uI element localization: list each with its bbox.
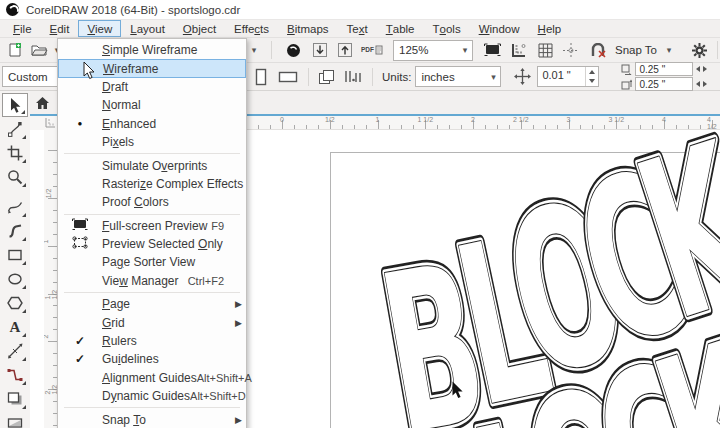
units-label: Units: <box>382 71 411 83</box>
mouse-cursor-canvas <box>452 381 464 399</box>
menubar-item-tools[interactable]: Tools <box>424 20 470 37</box>
ruler-label: 2 1/2 <box>44 382 58 395</box>
ellipse-tool[interactable] <box>2 267 28 291</box>
menubar-item-view[interactable]: View <box>78 20 121 37</box>
menu-item-page-sorter-view[interactable]: Page Sorter View <box>58 253 246 271</box>
menubar-item-help[interactable]: Help <box>529 20 571 37</box>
import-icon[interactable] <box>311 40 329 60</box>
ruler-label: 1 <box>376 116 380 123</box>
show-rulers-icon[interactable] <box>510 40 528 60</box>
new-document-icon[interactable] <box>6 40 24 60</box>
all-pages-icon[interactable] <box>318 67 336 87</box>
coreldraw-window: CorelDRAW 2018 (64-Bit) - sportslogo.cdr… <box>0 0 720 428</box>
menu-item-pixels[interactable]: Pixels <box>58 133 246 151</box>
menu-item-view-manager[interactable]: View ManagerCtrl+F2 <box>58 272 246 290</box>
ruler-label: 1/2 <box>45 189 52 199</box>
menu-item-simulate-overprints[interactable]: Simulate Overprints <box>58 156 246 174</box>
menu-item-alignment-guides[interactable]: Alignment GuidesAlt+Shift+A <box>58 369 246 387</box>
publish-pdf-icon[interactable]: PDF <box>361 40 383 60</box>
units-combo[interactable]: inches ▾ <box>415 66 501 87</box>
open-icon[interactable] <box>30 40 48 60</box>
menubar-item-effects[interactable]: Effects <box>225 20 278 37</box>
menu-item-full-screen-preview[interactable]: Full-screen PreviewF9 <box>58 217 246 235</box>
fullscreen-preview-icon <box>72 218 88 234</box>
duplicate-distance-group: 0.25 " 0.25 " <box>621 62 707 91</box>
menu-item-guidelines[interactable]: ✓Guidelines <box>58 350 246 368</box>
menubar-item-window[interactable]: Window <box>470 20 529 37</box>
duplicate-y-value[interactable]: 0.25 " <box>635 77 693 91</box>
duplicate-x-value[interactable]: 0.25 " <box>635 62 693 76</box>
get-more-icon[interactable] <box>284 40 302 60</box>
home-icon <box>35 96 50 110</box>
toolbar-dropdown-arrow[interactable]: ▾ <box>245 40 263 60</box>
landscape-icon[interactable] <box>278 67 298 87</box>
welcome-tab[interactable] <box>30 91 54 114</box>
options-gear-icon[interactable] <box>690 40 708 60</box>
zoom-level-combo[interactable]: 125% ▾ <box>393 40 473 61</box>
portrait-icon[interactable] <box>252 67 270 87</box>
view-menu-dropdown: Simple WireframeWireframeDraftNormal●Enh… <box>57 38 247 428</box>
snap-to-label[interactable]: Snap To <box>615 44 657 56</box>
show-grid-icon[interactable] <box>536 40 554 60</box>
menu-item-proof-colors[interactable]: Proof Colors <box>58 193 246 211</box>
ruler-origin-icon <box>44 117 56 129</box>
menu-item-grid[interactable]: Grid▶ <box>58 313 246 331</box>
menubar-item-layout[interactable]: Layout <box>121 20 174 37</box>
menubar-item-object[interactable]: Object <box>174 20 225 37</box>
show-guidelines-icon[interactable] <box>562 40 580 60</box>
menu-item-simple-wireframe[interactable]: Simple Wireframe <box>58 41 246 59</box>
drop-shadow-tool[interactable] <box>2 387 28 411</box>
menu-item-normal[interactable]: Normal <box>58 96 246 114</box>
menu-shortcut: Alt+Shift+D <box>190 390 254 402</box>
menubar: FileEditViewLayoutObjectEffectsBitmapsTe… <box>0 20 720 38</box>
polygon-tool[interactable] <box>2 291 28 315</box>
nudge-icon <box>513 67 531 87</box>
text-tool[interactable]: A <box>2 315 28 339</box>
transparency-tool[interactable] <box>2 411 28 428</box>
duplicate-x-icon <box>621 64 632 75</box>
zoom-tool[interactable] <box>2 165 28 189</box>
ruler-label: 2 <box>471 116 475 123</box>
menu-separator <box>64 407 240 408</box>
menubar-item-bitmaps[interactable]: Bitmaps <box>278 20 338 37</box>
menu-separator <box>64 292 240 293</box>
menubar-item-file[interactable]: File <box>4 20 41 37</box>
menu-item-dynamic-guides[interactable]: Dynamic GuidesAlt+Shift+D <box>58 387 246 405</box>
menubar-item-text[interactable]: Text <box>338 20 377 37</box>
units-value: inches <box>416 71 486 83</box>
svg-text:A: A <box>10 319 21 335</box>
page-dimensions-icon[interactable] <box>344 67 362 87</box>
export-icon[interactable] <box>336 40 354 60</box>
menu-item-draft[interactable]: Draft <box>58 78 246 96</box>
ruler-label: 1 1/2 <box>44 286 58 299</box>
menu-item-rulers[interactable]: ✓Rulers <box>58 332 246 350</box>
coreldraw-logo-icon <box>6 3 19 16</box>
menu-item-page[interactable]: Page▶ <box>58 295 246 313</box>
artistic-media-tool[interactable] <box>2 219 28 243</box>
crop-tool[interactable] <box>2 141 28 165</box>
window-title: CorelDRAW 2018 (64-Bit) - sportslogo.cdr <box>26 4 240 16</box>
ruler-origin[interactable] <box>30 116 58 130</box>
snap-to-dropdown-arrow[interactable]: ▾ <box>660 40 678 60</box>
zoom-level-dropdown-arrow[interactable]: ▾ <box>458 45 472 55</box>
dimension-tool[interactable] <box>2 339 28 363</box>
menu-item-preview-selected-only[interactable]: Preview Selected Only <box>58 235 246 253</box>
pick-tool[interactable] <box>2 93 28 117</box>
freehand-tool[interactable] <box>2 195 28 219</box>
ruler-label: 1 <box>44 239 49 243</box>
menu-item-enhanced[interactable]: ●Enhanced <box>58 115 246 133</box>
menubar-item-table[interactable]: Table <box>377 20 424 37</box>
snap-toggle-icon[interactable] <box>589 40 607 60</box>
ruler-label: 2 <box>44 335 49 339</box>
nudge-distance-spinner[interactable]: 0.01 " <box>537 66 599 87</box>
vertical-ruler[interactable]: 1/211 1/222 1/23 <box>44 130 58 428</box>
ruler-label: 0 <box>280 116 284 123</box>
menu-item-rasterize-complex-effects[interactable]: Rasterize Complex Effects <box>58 175 246 193</box>
fullscreen-preview-toggle-icon[interactable] <box>483 40 501 60</box>
connector-tool[interactable] <box>2 363 28 387</box>
menu-item-snap-to[interactable]: Snap To▶ <box>58 410 246 428</box>
rectangle-tool[interactable] <box>2 243 28 267</box>
toolbox: A <box>0 91 30 428</box>
shape-tool[interactable] <box>2 117 28 141</box>
menubar-item-edit[interactable]: Edit <box>41 20 79 37</box>
